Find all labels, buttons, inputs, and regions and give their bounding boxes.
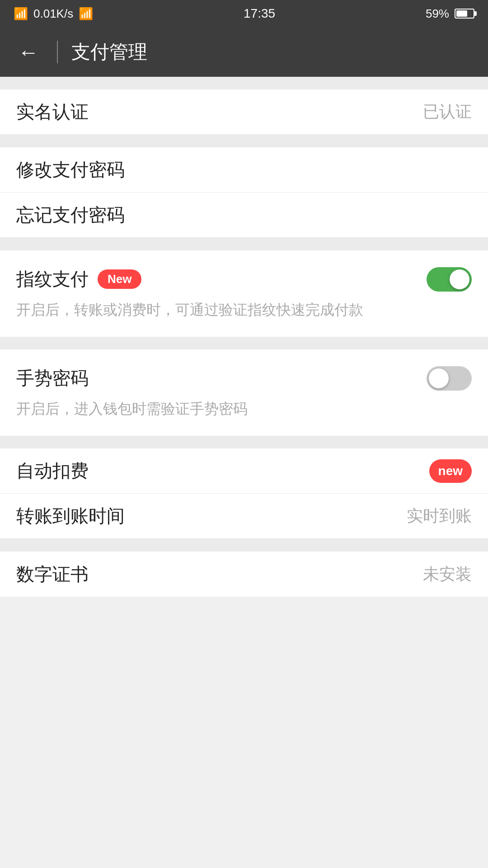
section-gap-4 (0, 337, 488, 349)
gesture-label: 手势密码 (16, 366, 89, 391)
real-name-item[interactable]: 实名认证 已认证 (0, 90, 488, 135)
digital-cert-value: 未安装 (423, 563, 472, 585)
gesture-left: 手势密码 (16, 366, 89, 391)
change-password-label: 修改支付密码 (16, 157, 125, 182)
gesture-toggle-row: 手势密码 (16, 366, 472, 391)
auto-deduct-label: 自动扣费 (16, 458, 89, 483)
fingerprint-toggle[interactable] (427, 267, 472, 292)
status-bar-left: 📶 0.01K/s 📶 (14, 7, 93, 21)
fingerprint-left: 指纹支付 New (16, 267, 141, 292)
gesture-toggle-knob (429, 368, 449, 388)
speed-text: 0.01K/s (33, 7, 73, 21)
page-title: 支付管理 (71, 39, 147, 65)
battery-icon (455, 9, 474, 19)
auto-deduct-item[interactable]: 自动扣费 new (0, 448, 488, 494)
forgot-password-item[interactable]: 忘记支付密码 (0, 193, 488, 238)
gesture-section: 手势密码 开启后，进入钱包时需验证手势密码 (0, 349, 488, 436)
toolbar: ← 支付管理 (0, 27, 488, 77)
battery-percent: 59% (426, 7, 449, 21)
real-name-label: 实名认证 (16, 99, 89, 124)
gesture-description: 开启后，进入钱包时需验证手势密码 (16, 398, 472, 420)
fingerprint-new-badge: New (98, 269, 141, 289)
status-bar-time: 17:35 (244, 6, 275, 21)
signal-icon: 📶 (14, 7, 28, 21)
section-gap-2 (0, 135, 488, 147)
forgot-password-label: 忘记支付密码 (16, 203, 125, 227)
wifi-icon: 📶 (79, 7, 93, 21)
digital-cert-item[interactable]: 数字证书 未安装 (0, 552, 488, 597)
fingerprint-toggle-knob (450, 269, 469, 289)
section-gap-3 (0, 238, 488, 250)
section-gap-1 (0, 77, 488, 90)
fingerprint-description: 开启后，转账或消费时，可通过验证指纹快速完成付款 (16, 299, 472, 321)
status-bar: 📶 0.01K/s 📶 17:35 59% (0, 0, 488, 27)
transfer-time-label: 转账到账时间 (16, 504, 125, 528)
auto-deduct-right: new (429, 459, 472, 483)
change-password-item[interactable]: 修改支付密码 (0, 147, 488, 193)
status-bar-right: 59% (426, 7, 474, 21)
real-name-value: 已认证 (423, 101, 472, 123)
auto-deduct-new-badge: new (429, 459, 472, 483)
digital-cert-label: 数字证书 (16, 562, 89, 587)
transfer-time-item[interactable]: 转账到账时间 实时到账 (0, 494, 488, 539)
toolbar-divider (57, 41, 58, 63)
section-gap-5 (0, 436, 488, 448)
section-gap-6 (0, 539, 488, 552)
fingerprint-section: 指纹支付 New 开启后，转账或消费时，可通过验证指纹快速完成付款 (0, 250, 488, 337)
back-button[interactable]: ← (14, 37, 43, 67)
transfer-time-value: 实时到账 (407, 505, 472, 527)
fingerprint-label: 指纹支付 (16, 267, 89, 292)
gesture-toggle[interactable] (427, 366, 472, 391)
fingerprint-toggle-row: 指纹支付 New (16, 267, 472, 292)
